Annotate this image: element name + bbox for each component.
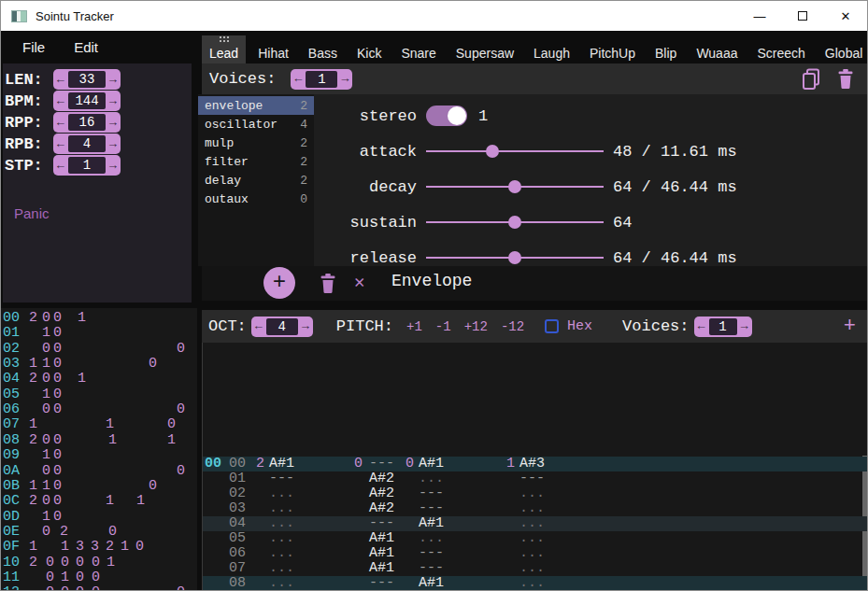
tracker-row[interactable]: 07...A#1---... xyxy=(203,561,867,576)
copy-instrument-icon[interactable] xyxy=(802,68,820,90)
octave-stepper[interactable]: ←4→ xyxy=(251,317,313,337)
stepper-left-arrow-icon[interactable]: ← xyxy=(53,134,68,154)
order-row[interactable]: 031100 xyxy=(1,357,197,372)
menu-edit[interactable]: Edit xyxy=(66,35,106,59)
order-row[interactable]: 06000 xyxy=(1,402,197,417)
order-cell[interactable]: 0 xyxy=(92,570,100,585)
tab-blip[interactable]: Blip xyxy=(647,35,684,64)
tab-kick[interactable]: Kick xyxy=(349,35,389,64)
stepper-right-arrow-icon[interactable]: → xyxy=(106,69,121,90)
order-row[interactable]: 02000 xyxy=(1,342,197,357)
order-cell[interactable]: 1 xyxy=(42,387,50,402)
unit-row-delay[interactable]: delay2 xyxy=(198,171,314,190)
stepper-left-arrow-icon[interactable]: ← xyxy=(291,69,306,90)
tab-snare[interactable]: Snare xyxy=(393,35,443,64)
order-cell[interactable]: 1 xyxy=(42,357,50,372)
unit-row-filter[interactable]: filter2 xyxy=(198,152,314,171)
note-cell[interactable]: A#1 xyxy=(369,531,394,546)
tab-laugh[interactable]: Laugh xyxy=(526,35,577,64)
order-row[interactable]: 0B1100 xyxy=(1,479,197,494)
order-cell[interactable]: 0 xyxy=(177,402,185,417)
tab-bass[interactable]: Bass xyxy=(301,35,345,64)
order-cell[interactable]: 0 xyxy=(167,417,176,432)
order-cell[interactable]: 0 xyxy=(46,556,54,570)
note-cell[interactable]: ... xyxy=(269,576,294,590)
order-cell[interactable]: 1 xyxy=(108,433,117,448)
order-row[interactable]: 0110 xyxy=(1,326,197,341)
note-cell[interactable]: ... xyxy=(269,516,294,531)
stepper-right-arrow-icon[interactable]: → xyxy=(106,155,121,176)
note-cell[interactable]: --- xyxy=(419,546,444,561)
tab-wuaaa[interactable]: Wuaaa xyxy=(689,35,745,64)
order-cell[interactable]: 0 xyxy=(149,357,157,372)
order-cell[interactable]: 1 xyxy=(42,510,50,525)
stepper-right-arrow-icon[interactable]: → xyxy=(337,69,352,90)
tracker-row[interactable]: 05...A#1...... xyxy=(203,531,867,546)
order-row[interactable]: 0C20011 xyxy=(1,494,197,509)
order-cell[interactable]: 1 xyxy=(29,417,37,432)
maximize-button[interactable] xyxy=(781,1,824,31)
order-cell[interactable]: 0 xyxy=(108,525,117,540)
order-cell[interactable]: 0 xyxy=(53,387,62,402)
track-voices-stepper[interactable]: ←1→ xyxy=(694,317,752,337)
order-row[interactable]: 0D10 xyxy=(1,510,197,525)
tracker-pattern-view[interactable]: 00002A#10---0A#11A#301---A#2...---02...A… xyxy=(202,343,867,590)
tab-lead[interactable]: Lead xyxy=(202,35,246,64)
order-row[interactable]: 110100 xyxy=(1,570,197,585)
order-cell[interactable]: 2 xyxy=(29,556,37,570)
rpp-stepper[interactable]: ←16→ xyxy=(53,112,121,133)
close-button[interactable]: ✕ xyxy=(824,1,867,31)
slider-thumb[interactable] xyxy=(486,145,499,158)
tracker-row[interactable]: 01---A#2...--- xyxy=(203,471,867,486)
note-cell[interactable]: ... xyxy=(419,531,444,546)
tab-global[interactable]: Global xyxy=(818,35,868,64)
note-cell[interactable]: ... xyxy=(519,516,545,531)
order-cell[interactable]: 0 xyxy=(76,585,84,590)
tracker-row[interactable]: 02...A#2---... xyxy=(203,486,867,501)
note-cell[interactable]: ... xyxy=(269,531,294,546)
note-cell[interactable]: A#1 xyxy=(419,516,444,531)
note-cell[interactable]: A#1 xyxy=(369,546,394,561)
order-row[interactable]: 0A000 xyxy=(1,464,197,479)
stepper-right-arrow-icon[interactable]: → xyxy=(737,317,752,337)
order-row[interactable]: 0F1133210 xyxy=(1,540,197,555)
release-slider[interactable] xyxy=(426,247,604,268)
order-row[interactable]: 10200001 xyxy=(1,556,197,570)
stepper-left-arrow-icon[interactable]: ← xyxy=(53,112,68,133)
menu-file[interactable]: File xyxy=(15,35,52,59)
order-cell[interactable]: 1 xyxy=(61,540,69,555)
tab-supersaw[interactable]: Supersaw xyxy=(448,35,521,64)
note-cell[interactable]: A#1 xyxy=(269,457,294,471)
order-row[interactable]: 0E020 xyxy=(1,525,197,540)
note-cell[interactable]: A#2 xyxy=(369,486,394,501)
order-row[interactable]: 042001 xyxy=(1,372,197,387)
note-cell[interactable]: --- xyxy=(419,561,444,576)
note-cell[interactable]: A#1 xyxy=(369,561,394,576)
unit-row-envelope[interactable]: envelope2 xyxy=(198,96,314,115)
tracker-row[interactable]: 08...---A#1... xyxy=(203,576,867,590)
unit-row-mulp[interactable]: mulp2 xyxy=(198,134,314,152)
order-cell[interactable]: 0 xyxy=(42,342,50,357)
stp-stepper[interactable]: ←1→ xyxy=(53,155,121,176)
order-cell[interactable]: 0 xyxy=(53,357,62,372)
note-cell[interactable]: A#1 xyxy=(419,457,444,471)
note-cell[interactable]: ... xyxy=(519,501,545,516)
order-cell[interactable]: 0 xyxy=(53,448,62,463)
order-row[interactable]: 0510 xyxy=(1,387,197,402)
order-cell[interactable]: 0 xyxy=(76,570,84,585)
stepper-left-arrow-icon[interactable]: ← xyxy=(53,91,68,111)
order-cell[interactable]: 1 xyxy=(29,357,37,372)
bpm-stepper[interactable]: ←144→ xyxy=(53,91,121,111)
rpb-stepper[interactable]: ←4→ xyxy=(53,134,121,154)
order-cell[interactable]: 2 xyxy=(29,311,37,326)
note-cell[interactable]: ... xyxy=(519,546,545,561)
order-cell[interactable]: 2 xyxy=(29,433,37,448)
stepper-left-arrow-icon[interactable]: ← xyxy=(251,317,266,337)
order-cell[interactable]: 1 xyxy=(167,433,176,448)
order-cell[interactable]: 1 xyxy=(42,448,50,463)
order-cell[interactable]: 1 xyxy=(106,417,114,432)
note-cell[interactable]: ... xyxy=(269,561,294,576)
minimize-button[interactable]: — xyxy=(738,1,781,31)
note-cell[interactable]: --- xyxy=(369,457,394,471)
note-cell[interactable]: --- xyxy=(419,486,444,501)
